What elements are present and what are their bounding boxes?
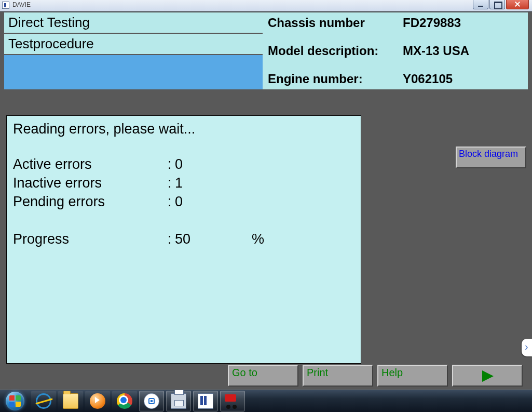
window-titlebar: DAVIE — [0, 0, 532, 11]
windows-taskbar — [0, 390, 532, 412]
separator: : — [168, 156, 175, 172]
side-expand-tab[interactable] — [522, 339, 532, 356]
status-message: Reading errors, please wait... — [13, 121, 354, 137]
app-title: DAVIE — [12, 1, 31, 8]
block-diagram-button[interactable]: Block diagram — [456, 147, 526, 168]
chassis-number-label: Chassis number — [268, 16, 403, 30]
window-maximize-button[interactable] — [489, 0, 505, 9]
engine-number-value: Y062105 — [403, 72, 453, 86]
teamviewer-icon — [144, 393, 159, 409]
progress-unit: % — [252, 231, 264, 247]
media-player-icon — [90, 393, 105, 409]
active-errors-value: 0 — [175, 156, 252, 172]
printer-icon — [171, 393, 186, 409]
pending-errors-value: 0 — [175, 194, 252, 210]
inactive-errors-value: 1 — [175, 175, 252, 191]
goto-button[interactable]: Go to — [228, 365, 298, 387]
taskbar-teamviewer[interactable] — [139, 391, 164, 411]
taskbar-truck-app[interactable] — [220, 391, 245, 411]
pending-errors-label: Pending errors — [13, 194, 168, 210]
header-panel: Direct Testing Testprocedure Chassis num… — [3, 11, 529, 90]
play-icon — [482, 370, 494, 382]
model-description-value: MX-13 USA — [403, 44, 469, 58]
folder-icon — [63, 393, 78, 409]
separator: : — [168, 231, 175, 247]
progress-value: 50 — [175, 231, 252, 247]
main-area: Reading errors, please wait... Active er… — [0, 90, 532, 390]
active-errors-label: Active errors — [13, 156, 168, 172]
breadcrumb-line-2: Testprocedure — [4, 34, 263, 55]
breadcrumb-line-1: Direct Testing — [4, 12, 263, 34]
separator: : — [168, 194, 175, 210]
chrome-icon — [117, 393, 132, 409]
breadcrumb-current — [4, 55, 263, 89]
help-button[interactable]: Help — [377, 365, 448, 387]
taskbar-chrome[interactable] — [112, 391, 137, 411]
inactive-errors-label: Inactive errors — [13, 175, 168, 191]
windows-logo-icon — [6, 392, 24, 410]
separator: : — [168, 175, 175, 191]
taskbar-print-app[interactable] — [166, 391, 191, 411]
engine-number-label: Engine number: — [268, 72, 403, 86]
chassis-number-value: FD279883 — [403, 16, 461, 30]
taskbar-ie[interactable] — [31, 391, 56, 411]
bottom-toolbar: Go to Print Help — [228, 365, 523, 387]
print-button[interactable]: Print — [303, 365, 373, 387]
internet-explorer-icon — [36, 393, 51, 409]
progress-label: Progress — [13, 231, 168, 247]
truck-icon — [225, 393, 240, 409]
app-icon — [2, 2, 9, 9]
start-button[interactable] — [0, 390, 30, 413]
taskbar-explorer[interactable] — [58, 391, 83, 411]
model-description-label: Model description: — [268, 44, 403, 58]
window-close-button[interactable] — [506, 0, 529, 9]
reading-errors-panel: Reading errors, please wait... Active er… — [6, 115, 361, 364]
taskbar-media-player[interactable] — [85, 391, 110, 411]
continue-button[interactable] — [452, 365, 523, 387]
window-minimize-button[interactable] — [473, 0, 488, 9]
vehicle-info-panel: Chassis number FD279883 Model descriptio… — [263, 12, 528, 89]
header-left: Direct Testing Testprocedure — [4, 12, 263, 89]
davie-app-icon — [198, 393, 213, 409]
taskbar-davie[interactable] — [193, 391, 218, 411]
